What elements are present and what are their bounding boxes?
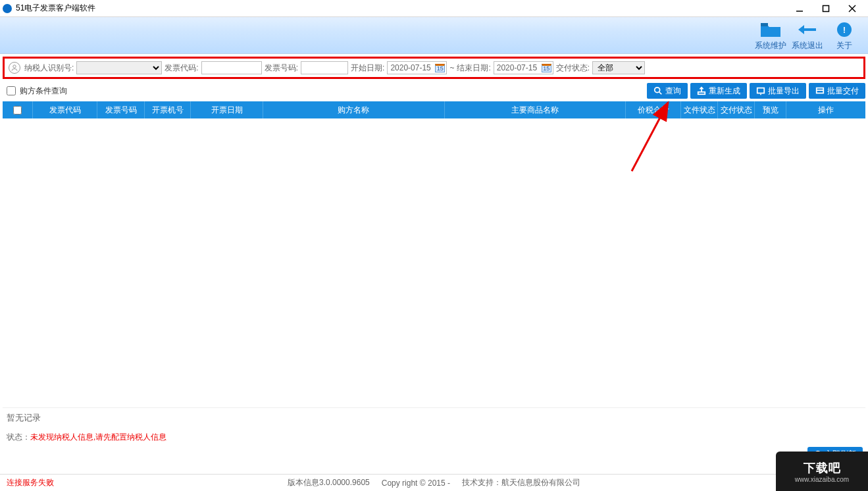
start-date-field[interactable]: 2020-07-15 15 bbox=[387, 61, 447, 74]
app-icon bbox=[3, 4, 12, 13]
folder-icon bbox=[752, 19, 789, 40]
main-toolbar: 系统维护 系统退出 ! 关于 bbox=[0, 17, 868, 54]
status-bar: 连接服务失败 版本信息3.0.0000.9605 Copy right © 20… bbox=[0, 474, 868, 491]
svg-rect-1 bbox=[823, 5, 829, 11]
regenerate-label: 重新生成 bbox=[709, 86, 740, 97]
status-row: 状态：未发现纳税人信息,请先配置纳税人信息 bbox=[0, 428, 868, 447]
col-deliver-status: 交付状态 bbox=[718, 101, 755, 118]
deliver-status-select[interactable]: 全部 bbox=[592, 61, 645, 74]
col-file-status: 文件状态 bbox=[681, 101, 718, 118]
tool-label: 系统退出 bbox=[789, 40, 826, 51]
table-body bbox=[3, 118, 865, 408]
buyer-filter-checkbox[interactable] bbox=[7, 86, 16, 95]
col-action: 操作 bbox=[786, 101, 865, 118]
info-icon: ! bbox=[826, 19, 863, 40]
close-icon bbox=[848, 5, 856, 13]
support-value: 航天信息股份有限公司 bbox=[501, 478, 580, 487]
svg-point-7 bbox=[13, 65, 16, 68]
invoice-code-input[interactable] bbox=[201, 61, 262, 74]
invoice-code-label: 发票代码: bbox=[165, 63, 198, 74]
minimize-button[interactable] bbox=[786, 0, 813, 17]
minimize-icon bbox=[796, 5, 804, 13]
col-total: 价税合计 bbox=[626, 101, 681, 118]
batch-export-button[interactable]: 批量导出 bbox=[750, 83, 806, 99]
watermark-url: www.xiazaiba.com bbox=[795, 476, 849, 483]
close-button[interactable] bbox=[839, 0, 865, 17]
connection-status: 连接服务失败 bbox=[7, 477, 54, 488]
window-title: 51电子发票客户端软件 bbox=[16, 3, 786, 14]
arrow-left-icon bbox=[789, 19, 826, 40]
table-header: 发票代码 发票号码 开票机号 开票日期 购方名称 主要商品名称 价税合计 文件状… bbox=[3, 101, 865, 118]
no-records-text: 暂无记录 bbox=[0, 408, 868, 428]
svg-line-9 bbox=[659, 92, 662, 95]
calendar-icon: 15 bbox=[435, 64, 445, 72]
end-date-label: 结束日期: bbox=[457, 63, 490, 74]
invoice-no-input[interactable] bbox=[301, 61, 348, 74]
system-maintenance-button[interactable]: 系统维护 bbox=[752, 19, 789, 51]
invoice-no-label: 发票号码: bbox=[265, 63, 298, 74]
calendar-icon: 15 bbox=[542, 64, 551, 72]
svg-rect-11 bbox=[757, 88, 765, 93]
export-icon bbox=[756, 86, 765, 95]
query-label: 查询 bbox=[665, 86, 681, 97]
taxpayer-id-label: 纳税人识别号: bbox=[24, 63, 74, 74]
watermark: 下载吧 www.xiazaiba.com bbox=[776, 452, 868, 491]
status-warning: 未发现纳税人信息,请先配置纳税人信息 bbox=[30, 432, 166, 442]
regenerate-button[interactable]: 重新生成 bbox=[690, 83, 747, 99]
col-machine-no: 开票机号 bbox=[145, 101, 191, 118]
batch-deliver-button[interactable]: 批量交付 bbox=[809, 83, 865, 99]
upload-icon bbox=[697, 86, 706, 95]
deliver-status-label: 交付状态: bbox=[556, 63, 590, 74]
start-date-value: 2020-07-15 bbox=[390, 63, 434, 72]
start-date-label: 开始日期: bbox=[351, 63, 384, 74]
batch-export-label: 批量导出 bbox=[768, 86, 800, 97]
system-exit-button[interactable]: 系统退出 bbox=[789, 19, 826, 51]
col-issue-date: 开票日期 bbox=[191, 101, 263, 118]
svg-rect-10 bbox=[698, 92, 705, 95]
col-invoice-code: 发票代码 bbox=[33, 101, 97, 118]
select-all-checkbox[interactable] bbox=[13, 106, 22, 115]
date-separator: ~ bbox=[449, 63, 454, 72]
version-text: 版本信息3.0.0000.9605 bbox=[288, 477, 370, 488]
filter-bar: 纳税人识别号: 发票代码: 发票号码: 开始日期: 2020-07-15 15 … bbox=[3, 57, 865, 79]
svg-point-8 bbox=[655, 88, 660, 93]
support-label: 技术支持： bbox=[462, 478, 501, 487]
svg-text:!: ! bbox=[843, 26, 846, 35]
col-product-name: 主要商品名称 bbox=[445, 101, 626, 118]
query-button[interactable]: 查询 bbox=[647, 83, 688, 99]
tool-label: 关于 bbox=[826, 40, 863, 51]
buyer-filter-label: 购方条件查询 bbox=[20, 86, 67, 97]
person-icon bbox=[9, 62, 20, 74]
col-buyer-name: 购方名称 bbox=[263, 101, 445, 118]
titlebar: 51电子发票客户端软件 bbox=[0, 0, 868, 17]
about-button[interactable]: ! 关于 bbox=[826, 19, 863, 51]
svg-rect-4 bbox=[761, 23, 768, 26]
search-icon bbox=[653, 86, 663, 95]
end-date-field[interactable]: 2020-07-15 15 bbox=[494, 61, 553, 74]
status-prefix: 状态： bbox=[7, 432, 30, 442]
maximize-button[interactable] bbox=[813, 0, 839, 17]
copyright-text: Copy right © 2015 - bbox=[382, 478, 450, 488]
deliver-icon bbox=[815, 86, 825, 95]
col-invoice-no: 发票号码 bbox=[97, 101, 145, 118]
col-preview: 预览 bbox=[755, 101, 786, 118]
tool-label: 系统维护 bbox=[752, 40, 789, 51]
watermark-title: 下载吧 bbox=[804, 460, 841, 476]
batch-deliver-label: 批量交付 bbox=[827, 86, 859, 97]
maximize-icon bbox=[822, 5, 830, 13]
end-date-value: 2020-07-15 bbox=[497, 63, 540, 72]
taxpayer-id-select[interactable] bbox=[76, 61, 162, 74]
